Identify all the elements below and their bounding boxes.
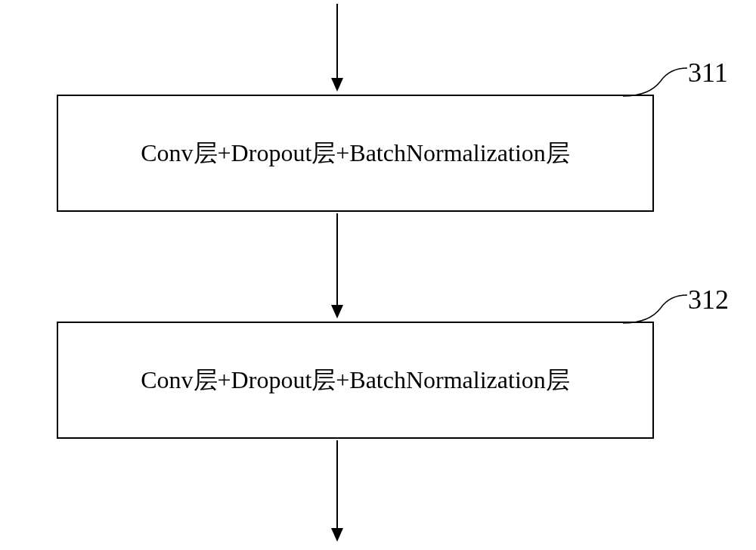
arrow-in-head <box>331 78 343 92</box>
arrow-mid-stem <box>336 213 338 306</box>
leader-line-311 <box>623 64 687 98</box>
layer-block-311-label: Conv层+Dropout层+BatchNormalization层 <box>141 137 570 170</box>
arrow-in-stem <box>336 4 338 79</box>
layer-block-312: Conv层+Dropout层+BatchNormalization层 <box>57 322 654 439</box>
ref-label-311: 311 <box>688 57 728 89</box>
arrow-out-head <box>331 528 343 542</box>
leader-line-312 <box>623 291 687 325</box>
nn-layer-diagram: Conv层+Dropout层+BatchNormalization层 311 C… <box>0 0 756 550</box>
arrow-mid-head <box>331 305 343 319</box>
layer-block-311: Conv层+Dropout层+BatchNormalization层 <box>57 95 654 212</box>
arrow-out-stem <box>336 440 338 530</box>
ref-label-312: 312 <box>688 284 729 315</box>
layer-block-312-label: Conv层+Dropout层+BatchNormalization层 <box>141 364 570 397</box>
